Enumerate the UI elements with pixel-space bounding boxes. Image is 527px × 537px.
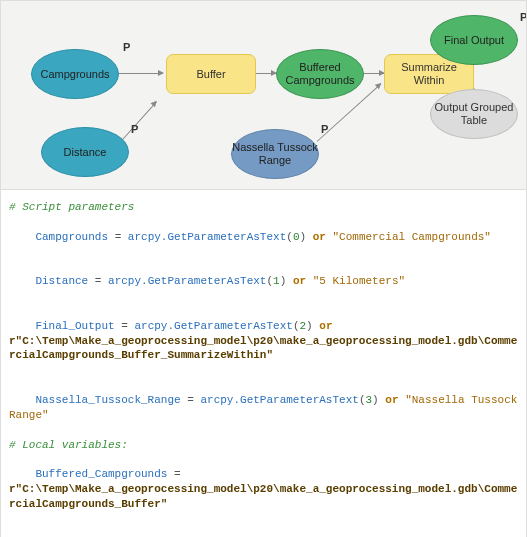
param-marker: P: [520, 11, 527, 23]
code-var: Campgrounds: [35, 231, 108, 243]
code-comment: # Local variables:: [9, 439, 128, 451]
param-marker: P: [321, 123, 328, 135]
code-kw: or: [313, 231, 326, 243]
node-buffer[interactable]: Buffer: [166, 54, 256, 94]
code-func: arcpy.GetParameterAsText: [108, 275, 266, 287]
node-distance[interactable]: Distance: [41, 127, 129, 177]
code-kw: or: [293, 275, 306, 287]
node-campgrounds[interactable]: Campgrounds: [31, 49, 119, 99]
code-str: "Commercial Campgrounds": [333, 231, 491, 243]
code-str: "5 Kilometers": [313, 275, 405, 287]
code-kw: or: [385, 394, 398, 406]
node-label: Final Output: [444, 34, 504, 47]
code-kw: or: [319, 320, 332, 332]
script-code: # Script parameters Campgrounds = arcpy.…: [0, 190, 527, 537]
code-func: arcpy.GetParameterAsText: [200, 394, 358, 406]
edge: [256, 73, 276, 74]
node-label: Summarize Within: [385, 61, 473, 86]
node-label: Nassella Tussock Range: [232, 141, 318, 166]
code-num: 1: [273, 275, 280, 287]
node-label: Buffered Campgrounds: [277, 61, 363, 86]
edge: [119, 73, 163, 74]
code-var: Nassella_Tussock_Range: [35, 394, 180, 406]
edge: [364, 73, 384, 74]
node-buffered[interactable]: Buffered Campgrounds: [276, 49, 364, 99]
code-str: r"C:\Temp\Make_a_geoprocessing_model\p20…: [9, 335, 517, 362]
code-func: arcpy.GetParameterAsText: [128, 231, 286, 243]
code-num: 0: [293, 231, 300, 243]
node-grouped[interactable]: Output Grouped Table: [430, 89, 518, 139]
code-var: Buffered_Campgrounds: [35, 468, 167, 480]
code-str: r"C:\Temp\Make_a_geoprocessing_model\p20…: [9, 483, 517, 510]
code-comment: # Script parameters: [9, 201, 134, 213]
code-var: Final_Output: [35, 320, 114, 332]
node-nassella[interactable]: Nassella Tussock Range: [231, 129, 319, 179]
node-final[interactable]: Final Output: [430, 15, 518, 65]
node-label: Distance: [64, 146, 107, 159]
param-marker: P: [131, 123, 138, 135]
node-label: Buffer: [196, 68, 225, 81]
param-marker: P: [123, 41, 130, 53]
node-label: Output Grouped Table: [431, 101, 517, 126]
node-label: Campgrounds: [40, 68, 109, 81]
code-var: Distance: [35, 275, 88, 287]
model-flowchart: Campgrounds P Distance P Buffer Buffered…: [0, 0, 527, 190]
code-func: arcpy.GetParameterAsText: [134, 320, 292, 332]
